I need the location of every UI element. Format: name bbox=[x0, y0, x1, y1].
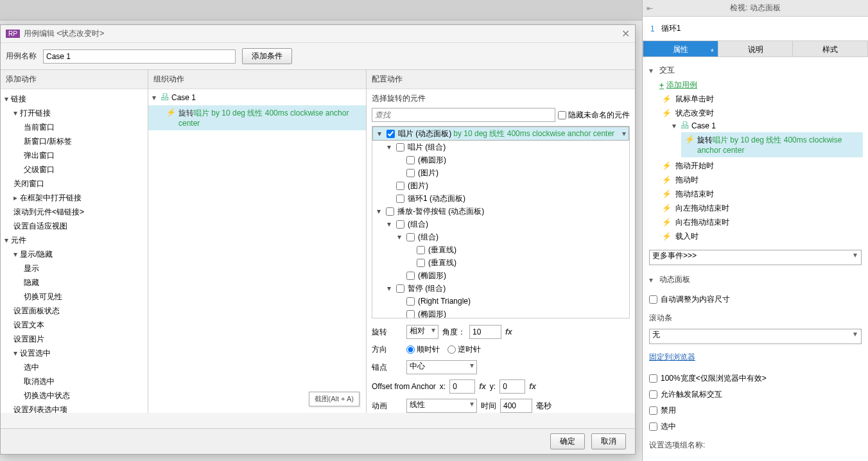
case-icon: 品 bbox=[161, 92, 169, 103]
time-input[interactable] bbox=[500, 399, 532, 413]
config-body: 选择旋转的元件 隐藏未命名的元件 唱片 (动态面板) by 10 deg 线性 … bbox=[367, 89, 635, 413]
inspector-title: 检视: 动态面板 bbox=[730, 3, 781, 13]
action-toggle-vis[interactable]: 切换可见性 bbox=[1, 290, 148, 304]
hundred-width-checkbox[interactable]: 100%宽度<仅限浏览器中有效> bbox=[649, 370, 862, 387]
inspector-tabs: 属性* 说明 样式 bbox=[643, 40, 868, 57]
case-name-input[interactable] bbox=[43, 49, 236, 64]
dialog-footer: 确定 取消 bbox=[1, 428, 635, 454]
case-icon: 品 bbox=[681, 120, 689, 131]
offset-label: Offset from Anchor bbox=[372, 382, 436, 391]
action-parent-window[interactable]: 父级窗口 bbox=[1, 162, 148, 177]
tab-notes[interactable]: 说明 bbox=[718, 40, 794, 57]
state-number: 1 bbox=[650, 24, 655, 33]
hide-unnamed-checkbox[interactable]: 隐藏未命名的元件 bbox=[558, 110, 630, 121]
cw-radio[interactable]: 顺时针 bbox=[406, 344, 440, 355]
fx-icon[interactable]: fx bbox=[529, 382, 536, 391]
action-set-image[interactable]: 设置图片 bbox=[1, 332, 148, 346]
bolt-icon: ⚡ bbox=[662, 202, 672, 214]
widget-tree[interactable]: 唱片 (动态面板) by 10 deg 线性 400ms clockwise a… bbox=[372, 126, 630, 318]
event-statechange[interactable]: ⚡状态改变时 bbox=[643, 106, 868, 120]
organize-actions-body: 品 Case 1 ⚡ 旋转唱片 by 10 deg 线性 400ms clock… bbox=[148, 89, 366, 413]
event-case[interactable]: 品Case 1 bbox=[643, 120, 868, 131]
select-widget-label: 选择旋转的元件 bbox=[367, 89, 635, 108]
bolt-icon: ⚡ bbox=[662, 93, 672, 105]
action-popup[interactable]: 弹出窗口 bbox=[1, 148, 148, 162]
col2-header: 组织动作 bbox=[148, 70, 366, 89]
ms-label: 毫秒 bbox=[536, 401, 551, 412]
event-dragend[interactable]: ⚡拖动结束时 bbox=[643, 187, 868, 201]
bolt-icon: ⚡ bbox=[685, 135, 695, 144]
action-toggle-sel[interactable]: 切换选中状态 bbox=[1, 388, 148, 403]
widget-title-row: 1 循环1 bbox=[643, 17, 868, 40]
event-dragstart[interactable]: ⚡拖动开始时 bbox=[643, 159, 868, 173]
time-label: 时间 bbox=[481, 401, 496, 412]
bolt-icon: ⚡ bbox=[662, 107, 672, 119]
event-dragleft[interactable]: ⚡向左拖动结束时 bbox=[643, 201, 868, 215]
angle-label: 角度： bbox=[442, 327, 465, 338]
col3-header: 配置动作 bbox=[367, 70, 635, 89]
action-set-panel[interactable]: 设置面板状态 bbox=[1, 304, 148, 318]
actions-tree[interactable]: 链接 打开链接 当前窗口 新窗口/新标签 弹出窗口 父级窗口 关闭窗口 在框架中… bbox=[1, 89, 148, 413]
col1-header: 添加动作 bbox=[1, 70, 148, 89]
selected-checkbox[interactable]: 选中 bbox=[649, 419, 862, 435]
rotate-mode-select[interactable]: 相对 bbox=[406, 325, 438, 339]
action-node[interactable]: ⚡ 旋转唱片 by 10 deg 线性 400ms clockwise anch… bbox=[148, 105, 366, 130]
action-close-window[interactable]: 关闭窗口 bbox=[1, 177, 148, 191]
inspector-panel: ⇤ 检视: 动态面板 1 循环1 属性* 说明 样式 交互 添加用例 ⚡鼠标单击… bbox=[642, 0, 868, 461]
scrollbar-label: 滚动条 bbox=[643, 310, 868, 325]
event-load[interactable]: ⚡载入时 bbox=[643, 229, 868, 243]
section-interaction[interactable]: 交互 bbox=[643, 61, 868, 80]
action-selected[interactable]: 选中 bbox=[1, 360, 148, 374]
case-node[interactable]: 品 Case 1 bbox=[148, 89, 366, 105]
direction-label: 方向 bbox=[372, 344, 403, 355]
section-dynamic-panel[interactable]: 动态面板 bbox=[643, 270, 868, 289]
event-click[interactable]: ⚡鼠标单击时 bbox=[643, 92, 868, 106]
rp-badge: RP bbox=[6, 30, 20, 38]
offset-x-input[interactable] bbox=[449, 379, 475, 394]
action-new-window[interactable]: 新窗口/新标签 bbox=[1, 134, 148, 148]
event-drag[interactable]: ⚡拖动时 bbox=[643, 173, 868, 187]
action-set-text[interactable]: 设置文本 bbox=[1, 318, 148, 332]
bolt-icon: ⚡ bbox=[166, 108, 176, 117]
disabled-checkbox[interactable]: 禁用 bbox=[649, 403, 862, 419]
auto-fit-checkbox[interactable]: 自动调整为内容尺寸 bbox=[649, 291, 862, 308]
fx-icon[interactable]: fx bbox=[505, 327, 512, 336]
allow-trigger-checkbox[interactable]: 允许触发鼠标交互 bbox=[649, 387, 862, 403]
event-action-row[interactable]: ⚡ 旋转唱片 by 10 deg 线性 400ms clockwise anch… bbox=[681, 132, 863, 157]
angle-input[interactable] bbox=[469, 325, 501, 339]
inspector-body: 交互 添加用例 ⚡鼠标单击时 ⚡状态改变时 品Case 1 ⚡ 旋转唱片 by … bbox=[643, 57, 868, 461]
anim-select[interactable]: 线性 bbox=[406, 399, 477, 413]
selection-group-label: 设置选项组名称: bbox=[643, 437, 868, 452]
ccw-radio[interactable]: 逆时针 bbox=[447, 344, 481, 355]
action-hide[interactable]: 隐藏 bbox=[1, 275, 148, 290]
offset-y-input[interactable] bbox=[499, 379, 525, 394]
bolt-icon: ⚡ bbox=[662, 216, 672, 228]
search-input[interactable] bbox=[372, 108, 555, 122]
add-case-link[interactable]: 添加用例 bbox=[643, 80, 868, 91]
tab-style[interactable]: 样式 bbox=[793, 40, 868, 57]
fx-icon[interactable]: fx bbox=[479, 382, 486, 391]
close-icon[interactable]: ✕ bbox=[621, 28, 630, 40]
scrollbar-select[interactable]: 无 bbox=[649, 329, 862, 344]
add-condition-button[interactable]: 添加条件 bbox=[242, 48, 292, 64]
pin-browser-link[interactable]: 固定到浏览器 bbox=[643, 347, 702, 368]
collapse-icon[interactable]: ⇤ bbox=[647, 4, 653, 13]
event-dragright[interactable]: ⚡向右拖动结束时 bbox=[643, 215, 868, 229]
action-unselected[interactable]: 取消选中 bbox=[1, 374, 148, 388]
action-set-list-sel[interactable]: 设置列表选中项 bbox=[1, 403, 148, 413]
more-events-select[interactable]: 更多事件>>> bbox=[649, 250, 862, 265]
action-show[interactable]: 显示 bbox=[1, 261, 148, 275]
tab-properties[interactable]: 属性* bbox=[643, 40, 718, 57]
anchor-select[interactable]: 中心 bbox=[406, 360, 477, 374]
action-current-window[interactable]: 当前窗口 bbox=[1, 120, 148, 134]
cancel-button[interactable]: 取消 bbox=[591, 433, 626, 449]
anim-label: 动画 bbox=[372, 401, 403, 412]
anchor-label: 锚点 bbox=[372, 362, 403, 373]
screenshot-tooltip: 截图(Alt + A) bbox=[309, 392, 360, 406]
rotate-label: 旋转 bbox=[372, 327, 403, 338]
ok-button[interactable]: 确定 bbox=[550, 433, 585, 449]
action-set-adaptive[interactable]: 设置自适应视图 bbox=[1, 219, 148, 233]
dialog-title: 用例编辑 <状态改变时> bbox=[24, 28, 621, 39]
widget-name: 循环1 bbox=[661, 23, 681, 34]
action-scroll-to[interactable]: 滚动到元件<锚链接> bbox=[1, 205, 148, 219]
